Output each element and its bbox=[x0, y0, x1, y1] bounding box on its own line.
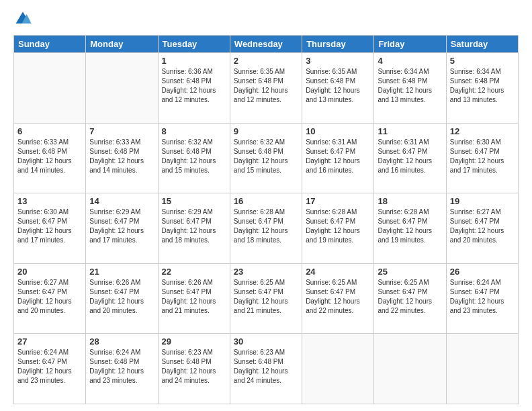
calendar-cell: 7Sunrise: 6:33 AM Sunset: 6:48 PM Daylig… bbox=[86, 123, 158, 193]
day-number: 17 bbox=[306, 196, 370, 206]
weekday-header: Monday bbox=[86, 36, 158, 53]
calendar-cell: 24Sunrise: 6:25 AM Sunset: 6:47 PM Dayli… bbox=[302, 263, 374, 334]
day-info: Sunrise: 6:24 AM Sunset: 6:47 PM Dayligh… bbox=[450, 278, 515, 316]
day-info: Sunrise: 6:24 AM Sunset: 6:48 PM Dayligh… bbox=[89, 348, 154, 385]
day-info: Sunrise: 6:24 AM Sunset: 6:47 PM Dayligh… bbox=[17, 348, 82, 385]
day-number: 2 bbox=[234, 56, 298, 66]
day-info: Sunrise: 6:31 AM Sunset: 6:47 PM Dayligh… bbox=[306, 138, 370, 175]
weekday-header: Wednesday bbox=[230, 36, 302, 53]
day-number: 9 bbox=[234, 126, 298, 136]
calendar: SundayMondayTuesdayWednesdayThursdayFrid… bbox=[13, 35, 519, 404]
week-row: 6Sunrise: 6:33 AM Sunset: 6:48 PM Daylig… bbox=[14, 123, 519, 193]
day-number: 3 bbox=[306, 56, 370, 66]
calendar-cell bbox=[86, 53, 158, 124]
header bbox=[13, 12, 519, 28]
day-info: Sunrise: 6:28 AM Sunset: 6:47 PM Dayligh… bbox=[378, 208, 442, 245]
logo bbox=[13, 12, 35, 28]
day-info: Sunrise: 6:36 AM Sunset: 6:48 PM Dayligh… bbox=[162, 67, 226, 105]
day-info: Sunrise: 6:25 AM Sunset: 6:47 PM Dayligh… bbox=[234, 278, 298, 316]
day-number: 16 bbox=[234, 196, 298, 206]
day-number: 30 bbox=[234, 336, 298, 347]
day-number: 29 bbox=[162, 336, 226, 347]
calendar-cell bbox=[302, 334, 374, 404]
day-info: Sunrise: 6:23 AM Sunset: 6:48 PM Dayligh… bbox=[162, 348, 226, 385]
day-info: Sunrise: 6:28 AM Sunset: 6:47 PM Dayligh… bbox=[306, 208, 370, 245]
day-number: 24 bbox=[306, 267, 370, 277]
day-info: Sunrise: 6:23 AM Sunset: 6:48 PM Dayligh… bbox=[234, 348, 298, 385]
calendar-cell: 12Sunrise: 6:30 AM Sunset: 6:47 PM Dayli… bbox=[446, 123, 518, 193]
calendar-cell bbox=[446, 334, 518, 404]
day-info: Sunrise: 6:35 AM Sunset: 6:48 PM Dayligh… bbox=[234, 67, 298, 105]
calendar-cell: 27Sunrise: 6:24 AM Sunset: 6:47 PM Dayli… bbox=[14, 334, 86, 404]
weekday-header: Saturday bbox=[446, 36, 518, 53]
calendar-cell: 21Sunrise: 6:26 AM Sunset: 6:47 PM Dayli… bbox=[86, 263, 158, 334]
calendar-cell: 28Sunrise: 6:24 AM Sunset: 6:48 PM Dayli… bbox=[86, 334, 158, 404]
calendar-cell bbox=[374, 334, 446, 404]
day-info: Sunrise: 6:34 AM Sunset: 6:48 PM Dayligh… bbox=[378, 67, 442, 105]
calendar-cell: 25Sunrise: 6:25 AM Sunset: 6:47 PM Dayli… bbox=[374, 263, 446, 334]
day-number: 26 bbox=[450, 267, 515, 277]
calendar-cell: 8Sunrise: 6:32 AM Sunset: 6:48 PM Daylig… bbox=[158, 123, 230, 193]
day-number: 8 bbox=[162, 126, 226, 136]
calendar-cell: 29Sunrise: 6:23 AM Sunset: 6:48 PM Dayli… bbox=[158, 334, 230, 404]
week-row: 27Sunrise: 6:24 AM Sunset: 6:47 PM Dayli… bbox=[14, 334, 519, 404]
calendar-cell: 20Sunrise: 6:27 AM Sunset: 6:47 PM Dayli… bbox=[14, 263, 86, 334]
day-info: Sunrise: 6:30 AM Sunset: 6:47 PM Dayligh… bbox=[17, 208, 82, 245]
calendar-cell: 6Sunrise: 6:33 AM Sunset: 6:48 PM Daylig… bbox=[14, 123, 86, 193]
calendar-cell: 2Sunrise: 6:35 AM Sunset: 6:48 PM Daylig… bbox=[230, 53, 302, 124]
weekday-header: Sunday bbox=[14, 36, 86, 53]
day-info: Sunrise: 6:28 AM Sunset: 6:47 PM Dayligh… bbox=[234, 208, 298, 245]
calendar-cell: 17Sunrise: 6:28 AM Sunset: 6:47 PM Dayli… bbox=[302, 193, 374, 264]
day-number: 1 bbox=[162, 56, 226, 66]
day-number: 14 bbox=[89, 196, 154, 206]
day-number: 27 bbox=[17, 336, 82, 347]
day-number: 21 bbox=[89, 267, 154, 277]
day-number: 4 bbox=[378, 56, 442, 66]
day-info: Sunrise: 6:31 AM Sunset: 6:47 PM Dayligh… bbox=[378, 138, 442, 175]
day-number: 20 bbox=[17, 267, 82, 277]
day-number: 19 bbox=[450, 196, 515, 206]
calendar-cell: 26Sunrise: 6:24 AM Sunset: 6:47 PM Dayli… bbox=[446, 263, 518, 334]
weekday-header: Friday bbox=[374, 36, 446, 53]
calendar-cell: 22Sunrise: 6:26 AM Sunset: 6:47 PM Dayli… bbox=[158, 263, 230, 334]
day-info: Sunrise: 6:34 AM Sunset: 6:48 PM Dayligh… bbox=[450, 67, 515, 105]
day-info: Sunrise: 6:30 AM Sunset: 6:47 PM Dayligh… bbox=[450, 138, 515, 175]
calendar-cell: 3Sunrise: 6:35 AM Sunset: 6:48 PM Daylig… bbox=[302, 53, 374, 124]
day-info: Sunrise: 6:26 AM Sunset: 6:47 PM Dayligh… bbox=[162, 278, 226, 316]
day-number: 7 bbox=[89, 126, 154, 136]
calendar-cell: 14Sunrise: 6:29 AM Sunset: 6:47 PM Dayli… bbox=[86, 193, 158, 264]
day-number: 25 bbox=[378, 267, 442, 277]
week-row: 13Sunrise: 6:30 AM Sunset: 6:47 PM Dayli… bbox=[14, 193, 519, 264]
day-number: 11 bbox=[378, 126, 442, 136]
calendar-cell: 23Sunrise: 6:25 AM Sunset: 6:47 PM Dayli… bbox=[230, 263, 302, 334]
calendar-cell: 18Sunrise: 6:28 AM Sunset: 6:47 PM Dayli… bbox=[374, 193, 446, 264]
day-number: 15 bbox=[162, 196, 226, 206]
calendar-cell bbox=[14, 53, 86, 124]
day-info: Sunrise: 6:25 AM Sunset: 6:47 PM Dayligh… bbox=[378, 278, 442, 316]
calendar-cell: 30Sunrise: 6:23 AM Sunset: 6:48 PM Dayli… bbox=[230, 334, 302, 404]
day-info: Sunrise: 6:32 AM Sunset: 6:48 PM Dayligh… bbox=[162, 138, 226, 175]
day-info: Sunrise: 6:33 AM Sunset: 6:48 PM Dayligh… bbox=[17, 138, 82, 175]
weekday-header-row: SundayMondayTuesdayWednesdayThursdayFrid… bbox=[14, 36, 519, 53]
day-info: Sunrise: 6:25 AM Sunset: 6:47 PM Dayligh… bbox=[306, 278, 370, 316]
calendar-cell: 10Sunrise: 6:31 AM Sunset: 6:47 PM Dayli… bbox=[302, 123, 374, 193]
calendar-cell: 13Sunrise: 6:30 AM Sunset: 6:47 PM Dayli… bbox=[14, 193, 86, 264]
weekday-header: Tuesday bbox=[158, 36, 230, 53]
week-row: 20Sunrise: 6:27 AM Sunset: 6:47 PM Dayli… bbox=[14, 263, 519, 334]
day-number: 28 bbox=[89, 336, 154, 347]
day-number: 10 bbox=[306, 126, 370, 136]
day-number: 12 bbox=[450, 126, 515, 136]
day-number: 6 bbox=[17, 126, 82, 136]
week-row: 1Sunrise: 6:36 AM Sunset: 6:48 PM Daylig… bbox=[14, 53, 519, 124]
day-info: Sunrise: 6:29 AM Sunset: 6:47 PM Dayligh… bbox=[162, 208, 226, 245]
weekday-header: Thursday bbox=[302, 36, 374, 53]
day-info: Sunrise: 6:29 AM Sunset: 6:47 PM Dayligh… bbox=[89, 208, 154, 245]
day-number: 22 bbox=[162, 267, 226, 277]
day-info: Sunrise: 6:27 AM Sunset: 6:47 PM Dayligh… bbox=[17, 278, 82, 316]
calendar-cell: 1Sunrise: 6:36 AM Sunset: 6:48 PM Daylig… bbox=[158, 53, 230, 124]
calendar-cell: 11Sunrise: 6:31 AM Sunset: 6:47 PM Dayli… bbox=[374, 123, 446, 193]
day-info: Sunrise: 6:35 AM Sunset: 6:48 PM Dayligh… bbox=[306, 67, 370, 105]
calendar-cell: 15Sunrise: 6:29 AM Sunset: 6:47 PM Dayli… bbox=[158, 193, 230, 264]
day-number: 18 bbox=[378, 196, 442, 206]
day-info: Sunrise: 6:27 AM Sunset: 6:47 PM Dayligh… bbox=[450, 208, 515, 245]
